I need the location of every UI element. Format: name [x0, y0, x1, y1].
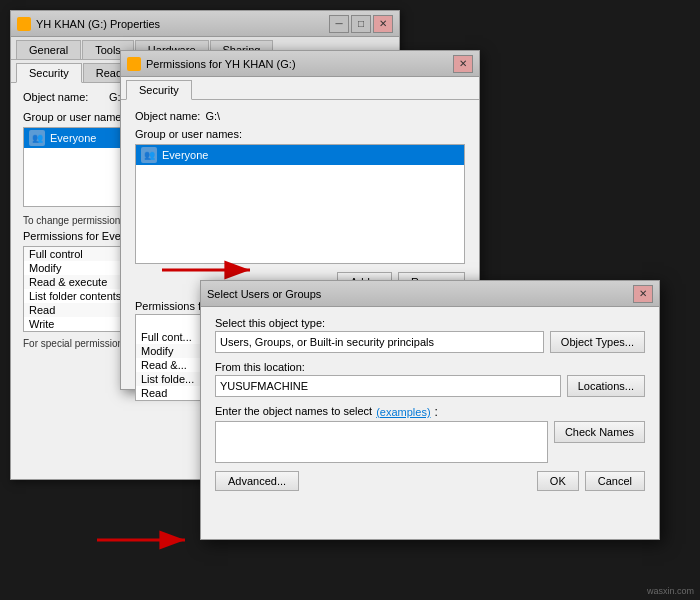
inner-read-label: Read &... — [141, 359, 187, 371]
bg-window-titlebar: YH KHAN (G:) Properties ─ □ ✕ — [11, 11, 399, 37]
perm-dialog-tabs: Security — [121, 77, 479, 100]
drive-icon — [17, 17, 31, 31]
perm-fullcontrol-label: Full control — [29, 248, 83, 260]
object-types-btn[interactable]: Object Types... — [550, 331, 645, 353]
perm-dialog-security-tab[interactable]: Security — [126, 80, 192, 100]
su-location-row: Locations... — [215, 375, 645, 397]
perm-dialog-titlebar: Permissions for YH KHAN (G:) ✕ — [121, 51, 479, 77]
perm-dialog-object-value: G:\ — [205, 110, 220, 122]
tab-general[interactable]: General — [16, 40, 81, 59]
perm-listfolder-label: List folder contents — [29, 290, 121, 302]
su-object-type-label: Select this object type: — [215, 317, 645, 329]
su-names-row: Check Names — [215, 421, 645, 463]
bg-window-title: YH KHAN (G:) Properties — [36, 18, 160, 30]
perm-modify-label: Modify — [29, 262, 61, 274]
su-ok-cancel-row: OK Cancel — [537, 471, 645, 491]
perm-everyone-icon: 👥 — [141, 147, 157, 163]
minimize-btn[interactable]: ─ — [329, 15, 349, 33]
perm-dialog-controls: ✕ — [453, 55, 473, 73]
perm-dialog-group-label: Group or user names: — [135, 128, 465, 140]
inner-modify-label: Modify — [141, 345, 173, 357]
maximize-btn[interactable]: □ — [351, 15, 371, 33]
perm-dialog-icon — [127, 57, 141, 71]
su-names-colon: : — [435, 405, 438, 419]
su-titlebar: Select Users or Groups ✕ — [201, 281, 659, 307]
watermark: wasxin.com — [647, 586, 694, 596]
red-arrow-2 — [80, 520, 210, 560]
su-names-label: Enter the object names to select — [215, 405, 372, 417]
su-cancel-btn[interactable]: Cancel — [585, 471, 645, 491]
perm-dialog-object-label: Object name: — [135, 110, 200, 122]
perm-write-label: Write — [29, 318, 54, 330]
tab-security[interactable]: Security — [16, 63, 82, 83]
inner-readonly-label: Read — [141, 387, 167, 399]
inner-fullcont-label: Full cont... — [141, 331, 192, 343]
perm-dialog-title: Permissions for YH KHAN (G:) — [146, 58, 296, 70]
su-location-input[interactable] — [215, 375, 561, 397]
bg-everyone-icon: 👥 — [29, 130, 45, 146]
su-bottom-row: Advanced... OK Cancel — [215, 471, 645, 491]
perm-dialog-close[interactable]: ✕ — [453, 55, 473, 73]
perm-read-label: Read — [29, 304, 55, 316]
su-advanced-btn[interactable]: Advanced... — [215, 471, 299, 491]
su-content: Select this object type: Object Types...… — [201, 307, 659, 501]
perm-dialog-group-listbox[interactable]: 👥 Everyone — [135, 144, 465, 264]
su-title: Select Users or Groups — [207, 288, 321, 300]
perm-everyone-label: Everyone — [162, 149, 208, 161]
select-users-dialog: Select Users or Groups ✕ Select this obj… — [200, 280, 660, 540]
bg-object-label: Object name: — [23, 91, 103, 103]
check-names-btn[interactable]: Check Names — [554, 421, 645, 443]
su-object-type-input[interactable] — [215, 331, 544, 353]
bg-window-controls: ─ □ ✕ — [329, 15, 393, 33]
bg-everyone-label: Everyone — [50, 132, 96, 144]
perm-dialog-object-field: Object name: G:\ — [135, 110, 465, 122]
su-names-textarea[interactable] — [215, 421, 548, 463]
su-names-label-row: Enter the object names to select (exampl… — [215, 405, 645, 419]
inner-list-label: List folde... — [141, 373, 194, 385]
su-examples-link[interactable]: (examples) — [376, 406, 430, 418]
su-location-label: From this location: — [215, 361, 645, 373]
su-object-type-row: Object Types... — [215, 331, 645, 353]
close-bg-btn[interactable]: ✕ — [373, 15, 393, 33]
perm-readexec-label: Read & execute — [29, 276, 107, 288]
perm-everyone-item[interactable]: 👥 Everyone — [136, 145, 464, 165]
su-close-btn[interactable]: ✕ — [633, 285, 653, 303]
su-controls: ✕ — [633, 285, 653, 303]
su-ok-btn[interactable]: OK — [537, 471, 579, 491]
locations-btn[interactable]: Locations... — [567, 375, 645, 397]
